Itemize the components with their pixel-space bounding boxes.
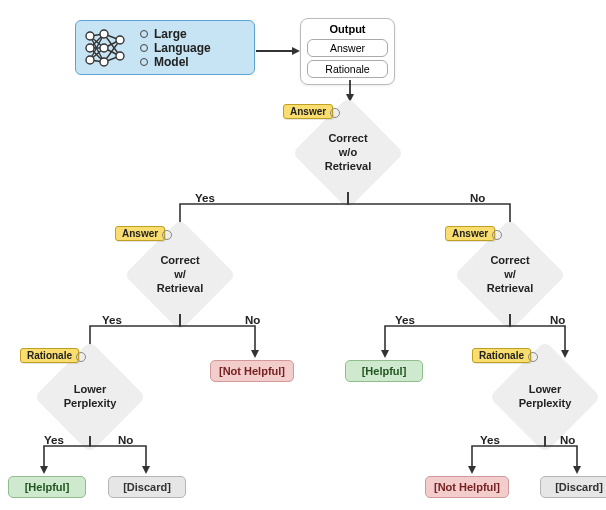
- svg-point-15: [86, 32, 94, 40]
- output-answer-pill: Answer: [307, 39, 388, 57]
- arrow-llm-to-output: [256, 46, 300, 56]
- branch-rightB: [442, 436, 602, 476]
- edge-rightA-yes: Yes: [395, 314, 415, 326]
- edge-leftA-no: No: [245, 314, 260, 326]
- rightA-l3: Retrieval: [487, 282, 533, 294]
- tag-answer-leftA: Answer: [115, 226, 165, 241]
- rightB-l2: Perplexity: [519, 397, 572, 409]
- leaf-nothelpful-rightB: [Not Helpful]: [425, 476, 509, 498]
- output-title: Output: [307, 23, 388, 35]
- edge-root-yes: Yes: [195, 192, 215, 204]
- root-l1: Correct: [328, 132, 367, 144]
- svg-marker-24: [292, 47, 300, 55]
- svg-marker-31: [381, 350, 389, 358]
- leftB-l2: Perplexity: [64, 397, 117, 409]
- rightB-l1: Lower: [529, 383, 561, 395]
- svg-point-21: [116, 36, 124, 44]
- llm-label: Large Language Model: [136, 27, 211, 69]
- edge-rightA-no: No: [550, 314, 565, 326]
- edge-leftB-no: No: [118, 434, 133, 446]
- output-rationale-pill: Rationale: [307, 60, 388, 78]
- leaf-discard-leftB: [Discard]: [108, 476, 186, 498]
- edge-root-no: No: [470, 192, 485, 204]
- edge-rightB-no: No: [560, 434, 575, 446]
- edge-leftA-yes: Yes: [102, 314, 122, 326]
- svg-marker-36: [573, 466, 581, 474]
- output-box: Output Answer Rationale: [300, 18, 395, 85]
- svg-point-17: [86, 56, 94, 64]
- neural-net-icon: [76, 20, 136, 75]
- root-l3: Retrieval: [325, 160, 371, 172]
- leaf-helpful-rightA: [Helpful]: [345, 360, 423, 382]
- edge-rightB-yes: Yes: [480, 434, 500, 446]
- llm-box: Large Language Model: [75, 20, 255, 75]
- leaf-nothelpful-leftA: [Not Helpful]: [210, 360, 294, 382]
- svg-point-19: [100, 44, 108, 52]
- tag-answer-root: Answer: [283, 104, 333, 119]
- edge-leftB-yes: Yes: [44, 434, 64, 446]
- svg-marker-30: [251, 350, 259, 358]
- rightA-l1: Correct: [490, 254, 529, 266]
- leftA-l1: Correct: [160, 254, 199, 266]
- svg-point-22: [116, 52, 124, 60]
- tag-rationale-rightB: Rationale: [472, 348, 531, 363]
- llm-line3: Model: [154, 55, 189, 69]
- leftB-l1: Lower: [74, 383, 106, 395]
- llm-line1: Large: [154, 27, 187, 41]
- root-l2: w/o: [339, 146, 357, 158]
- svg-point-18: [100, 30, 108, 38]
- rightA-l2: w/: [504, 268, 516, 280]
- leftA-l3: Retrieval: [157, 282, 203, 294]
- svg-marker-35: [468, 466, 476, 474]
- svg-point-16: [86, 44, 94, 52]
- tag-rationale-leftB: Rationale: [20, 348, 79, 363]
- svg-marker-34: [142, 466, 150, 474]
- svg-point-20: [100, 58, 108, 66]
- leaf-helpful-leftB: [Helpful]: [8, 476, 86, 498]
- llm-line2: Language: [154, 41, 211, 55]
- leaf-discard-rightB: [Discard]: [540, 476, 606, 498]
- tag-answer-rightA: Answer: [445, 226, 495, 241]
- leftA-l2: w/: [174, 268, 186, 280]
- svg-marker-33: [40, 466, 48, 474]
